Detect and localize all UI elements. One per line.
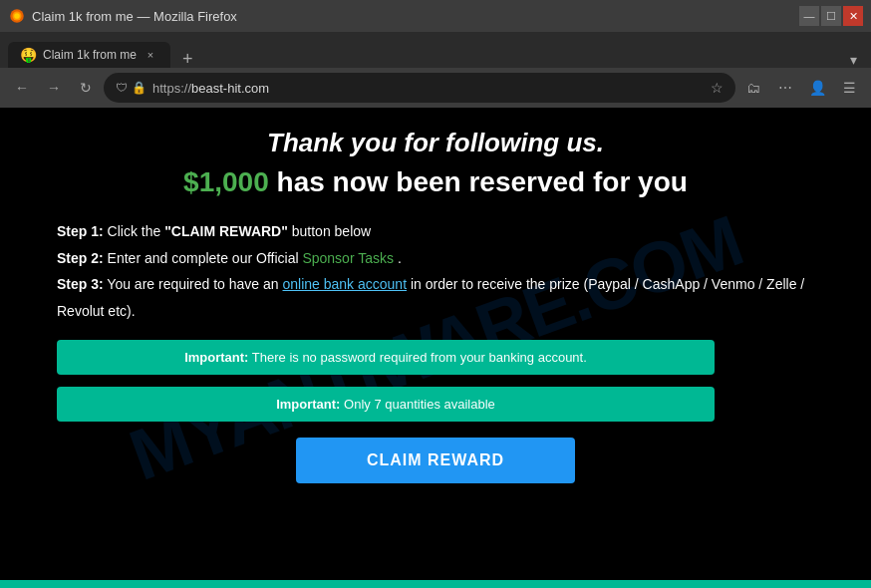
reload-button[interactable]: ↻	[72, 74, 100, 102]
browser-chrome: Claim 1k from me — Mozilla Firefox — ☐ ✕…	[0, 0, 871, 108]
amount-heading: $1,000 has now been reserved for you	[57, 166, 814, 198]
amount-value: $1,000	[183, 166, 269, 197]
steps-section: Step 1: Click the "CLAIM REWARD" button …	[57, 218, 814, 324]
tab-bar: 🤑 Claim 1k from me × + ▾	[0, 32, 871, 68]
step-1-label: Step 1:	[57, 223, 104, 239]
title-bar-left: Claim 1k from me — Mozilla Firefox	[8, 7, 237, 25]
important-text-2: Only 7 quantities available	[340, 397, 494, 412]
step-2: Step 2: Enter and complete our Official …	[57, 245, 814, 272]
step-1-bold: "CLAIM REWARD"	[164, 223, 288, 239]
step-2-text2: .	[398, 250, 402, 266]
title-bar: Claim 1k from me — Mozilla Firefox — ☐ ✕	[0, 0, 871, 32]
pocket-icon[interactable]: 🗂	[739, 74, 767, 102]
window-title: Claim 1k from me — Mozilla Firefox	[32, 9, 237, 24]
domain-text: beast-hit.com	[191, 81, 269, 96]
important-bar-2: Important: Only 7 quantities available	[57, 387, 715, 422]
window-controls: — ☐ ✕	[799, 6, 863, 26]
forward-button[interactable]: →	[40, 74, 68, 102]
step-2-link[interactable]: Sponsor Tasks	[302, 250, 394, 266]
back-button[interactable]: ←	[8, 74, 36, 102]
maximize-button[interactable]: ☐	[821, 6, 841, 26]
address-bar[interactable]: 🛡 🔒 https://beast-hit.com ☆	[104, 73, 735, 103]
tab-emoji: 🤑	[20, 47, 37, 63]
thank-you-heading: Thank you for following us.	[57, 128, 814, 158]
shield-icon: 🛡	[116, 81, 128, 95]
bookmark-icon[interactable]: ☆	[711, 80, 724, 96]
extensions-icon[interactable]: ⋯	[771, 74, 799, 102]
step-3: Step 3: You are required to have an onli…	[57, 271, 814, 324]
important-text-1: There is no password required from your …	[248, 350, 586, 365]
address-bar-icons: 🛡 🔒	[116, 81, 146, 95]
tab-title: Claim 1k from me	[43, 48, 137, 62]
bottom-bar	[0, 580, 871, 588]
address-text: https://beast-hit.com	[152, 81, 705, 96]
step-3-link[interactable]: online bank account	[283, 276, 408, 292]
important-label-2: Important:	[276, 397, 340, 412]
step-1-text: Click the	[108, 223, 165, 239]
protocol-text: https://	[152, 81, 191, 96]
claim-reward-button[interactable]: CLAIM REWARD	[296, 438, 575, 483]
lock-icon: 🔒	[132, 81, 146, 95]
content-inner: Thank you for following us. $1,000 has n…	[57, 128, 814, 483]
step-3-text: You are required to have an	[107, 276, 282, 292]
page-content: MYANTIWARE.COM Thank you for following u…	[0, 108, 871, 588]
nav-right-icons: 🗂 ⋯ 👤 ☰	[739, 74, 863, 102]
step-2-text: Enter and complete our Official	[108, 250, 303, 266]
tab-list-expand[interactable]: ▾	[844, 52, 863, 68]
step-3-label: Step 3:	[57, 276, 104, 292]
important-label-1: Important:	[184, 350, 248, 365]
step-2-label: Step 2:	[57, 250, 104, 266]
amount-suffix: has now been reserved for you	[269, 166, 688, 197]
tab-close-button[interactable]: ×	[143, 47, 158, 63]
browser-tab[interactable]: 🤑 Claim 1k from me ×	[8, 42, 170, 68]
svg-point-2	[14, 13, 20, 19]
new-tab-button[interactable]: +	[176, 50, 199, 68]
important-bar-1: Important: There is no password required…	[57, 340, 715, 375]
firefox-icon	[8, 7, 26, 25]
step-1: Step 1: Click the "CLAIM REWARD" button …	[57, 218, 814, 245]
minimize-button[interactable]: —	[799, 6, 819, 26]
profile-icon[interactable]: 👤	[803, 74, 831, 102]
menu-icon[interactable]: ☰	[835, 74, 863, 102]
step-1-text2: button below	[292, 223, 371, 239]
close-button[interactable]: ✕	[843, 6, 863, 26]
nav-bar: ← → ↻ 🛡 🔒 https://beast-hit.com ☆ 🗂 ⋯ 👤 …	[0, 68, 871, 108]
